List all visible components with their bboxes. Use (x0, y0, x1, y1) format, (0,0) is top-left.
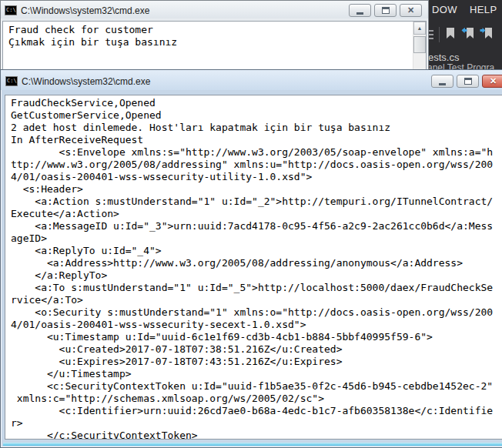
toolbar-separator (439, 27, 440, 42)
close-icon: ✕ (407, 6, 414, 15)
menu-help[interactable]: HELP (470, 4, 497, 15)
close-button[interactable]: ✕ (482, 75, 502, 88)
minimize-button[interactable] (431, 75, 453, 88)
maximize-button[interactable] (374, 4, 397, 17)
vs-menu-bar: DOW HELP (427, 0, 502, 15)
scroll-up-button[interactable]: ▲ (413, 22, 426, 35)
cmd-icon: C:\ (5, 5, 17, 15)
close-button[interactable]: ✕ (400, 4, 422, 17)
vs-toolbar (427, 25, 502, 45)
window2-console-text: FraudCheckService,Opened GetCustomerServ… (5, 95, 502, 440)
next-bookmark-icon[interactable] (480, 27, 493, 42)
window2-console-area: FraudCheckService,Opened GetCustomerServ… (5, 95, 502, 440)
scroll-up-arrow-icon: ▲ (417, 25, 423, 31)
vs-document-tab-fragment[interactable]: ests.cs (427, 45, 502, 63)
menu-window-fragment[interactable]: DOW (432, 4, 457, 15)
bookmark-icon[interactable] (445, 27, 456, 42)
minimize-button[interactable] (349, 4, 371, 17)
cmd-icon: C:\ (5, 76, 18, 86)
desktop-screen: DOW HELP ests.cs anel Test Progra C:\ C:… (0, 0, 502, 448)
maximize-icon (464, 78, 472, 85)
maximize-icon (382, 7, 390, 14)
window1-console-text: Fraud check for customer Çıkmak için bir… (3, 22, 426, 48)
active-window-border-glow (3, 443, 502, 446)
scrollbar-thumb[interactable] (413, 36, 426, 53)
window2-titlebar[interactable]: C:\ C:\Windows\system32\cmd.exe ✕ (1, 70, 502, 90)
window2-title: C:\Windows\system32\cmd.exe (22, 76, 427, 87)
previous-bookmark-icon[interactable] (461, 27, 474, 42)
window1-titlebar[interactable]: C:\ C:\Windows\system32\cmd.exe ✕ (1, 1, 428, 18)
vs-text-fragment: anel Test Progra (427, 62, 502, 69)
minimize-icon (439, 83, 446, 85)
window1-title: C:\Windows\system32\cmd.exe (21, 5, 345, 16)
maximize-button[interactable] (457, 75, 479, 88)
minimize-icon (356, 12, 363, 15)
close-icon: ✕ (490, 77, 497, 85)
cmd-window-front: C:\ C:\Windows\system32\cmd.exe ✕ FraudC… (0, 69, 502, 448)
